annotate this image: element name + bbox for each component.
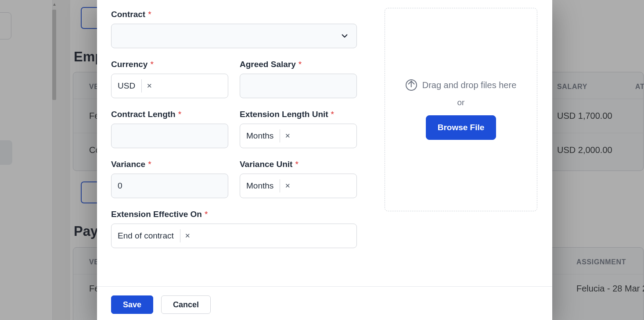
upload-pane: Drag and drop files here or Browse File [385,8,537,211]
variance-unit-select[interactable]: Months ✕ [240,174,357,198]
clear-icon[interactable]: ✕ [280,178,295,193]
cancel-button[interactable]: Cancel [161,295,211,314]
col-header-at: AT [635,83,644,91]
extension-effective-on-value: End of contract [118,231,180,241]
table-cell-assignment: Felucia - 28 Mar 20 [576,284,644,294]
browse-file-button[interactable]: Browse File [426,115,496,140]
modal-body: Contract* Currency* USD ✕ [97,0,552,286]
variance-input-wrap [111,174,228,198]
agreed-salary-input-wrap [240,74,357,98]
clear-icon[interactable]: ✕ [142,78,157,93]
modal-footer: Save Cancel [97,286,552,320]
extension-length-unit-value: Months [246,131,280,141]
sidebar-selected-item[interactable] [0,140,12,165]
file-dropzone[interactable]: Drag and drop files here or Browse File [385,8,537,211]
contract-label: Contract* [111,10,357,19]
chevron-down-icon [341,32,349,40]
extension-length-unit-select[interactable]: Months ✕ [240,124,357,148]
upload-icon [406,79,417,91]
table-cell-salary: USD 2,000.00 [557,145,612,155]
variance-label: Variance* [111,160,228,169]
variance-unit-label: Variance Unit* [240,160,357,169]
contract-length-input-wrap [111,124,228,148]
form-left-column: Contract* Currency* USD ✕ [111,0,357,260]
contract-select[interactable] [111,24,357,48]
table-cell-salary: USD 1,700.00 [557,111,612,121]
contract-length-input[interactable] [112,124,228,148]
extension-effective-on-label: Extension Effective On* [111,210,357,219]
clear-icon[interactable]: ✕ [280,128,295,143]
dropzone-text: Drag and drop files here [422,80,517,90]
clear-icon[interactable]: ✕ [180,228,195,243]
variance-unit-value: Months [246,181,280,191]
col-header-salary: SALARY [557,83,587,91]
modal-dialog: Contract* Currency* USD ✕ [97,0,552,320]
sidebar-scrollbar[interactable]: ▲ [52,4,56,316]
dropzone-or: or [457,98,465,107]
left-sidebar: y nce ▲ [0,0,53,320]
agreed-salary-input[interactable] [240,74,356,98]
scroll-up-arrow[interactable]: ▲ [52,2,56,7]
currency-value: USD [118,81,141,91]
save-button[interactable]: Save [111,295,153,314]
contract-length-label: Contract Length* [111,110,228,119]
col-header-assignment: ASSIGNMENT [576,258,626,266]
extension-length-unit-label: Extension Length Unit* [240,110,357,119]
agreed-salary-label: Agreed Salary* [240,60,357,69]
variance-input[interactable] [112,174,228,198]
currency-select[interactable]: USD ✕ [111,74,228,98]
scrollbar-thumb[interactable] [52,10,56,100]
currency-label: Currency* [111,60,228,69]
extension-effective-on-select[interactable]: End of contract ✕ [111,224,357,248]
sidebar-input[interactable] [0,12,11,39]
